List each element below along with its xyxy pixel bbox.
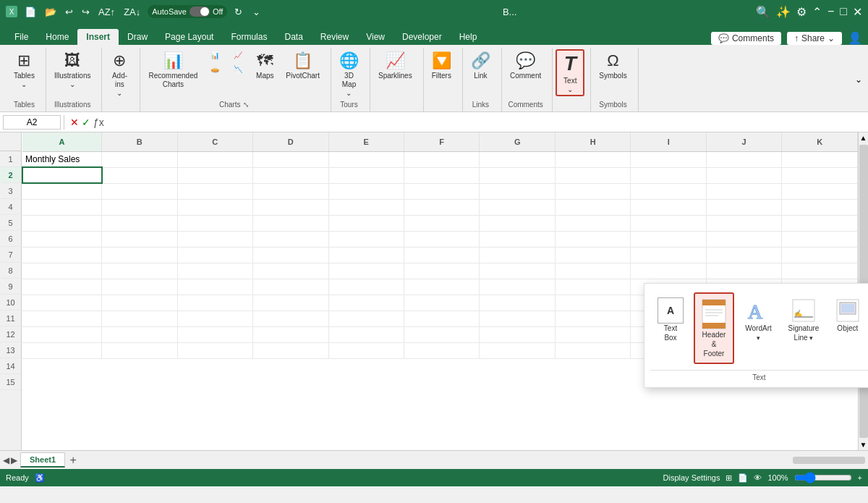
cell-C2[interactable] xyxy=(177,167,252,183)
cell-I1[interactable] xyxy=(631,151,706,167)
pie-chart-btn[interactable]: 🥧 xyxy=(204,63,226,75)
comments-button[interactable]: 💬 Comments xyxy=(711,32,781,45)
text-button[interactable]: T Text ⌄ xyxy=(556,49,584,96)
wordart-item[interactable]: A A WordArt ▾ xyxy=(737,292,780,348)
cell-G2[interactable] xyxy=(480,167,555,183)
col-header-C[interactable]: C xyxy=(177,132,252,151)
col-header-B[interactable]: B xyxy=(102,132,177,151)
cell-F1[interactable] xyxy=(404,151,479,167)
tab-help[interactable]: Help xyxy=(451,29,486,45)
comment-button[interactable]: 💬 Comment xyxy=(505,49,546,83)
col-header-K[interactable]: K xyxy=(782,132,858,151)
cell-K2[interactable] xyxy=(782,167,858,183)
col-header-J[interactable]: J xyxy=(706,132,781,151)
display-settings-btn[interactable]: Display Settings xyxy=(663,473,720,482)
sheet-tab-sheet1[interactable]: Sheet1 xyxy=(20,452,65,468)
signature-line-item[interactable]: ✍ SignatureLine ▾ xyxy=(783,292,825,348)
tab-developer[interactable]: Developer xyxy=(393,29,451,45)
object-item[interactable]: Object xyxy=(827,292,868,338)
zoom-slider[interactable] xyxy=(794,472,852,483)
autosave-toggle[interactable]: AutoSave Off xyxy=(148,5,227,18)
new-file-btn[interactable]: 📄 xyxy=(22,5,39,19)
maximize-btn[interactable]: □ xyxy=(840,5,847,18)
sort-desc-btn[interactable]: ZA↓ xyxy=(121,5,143,19)
3dmap-button[interactable]: 🌐 3DMap ⌄ xyxy=(334,49,364,99)
col-header-G[interactable]: G xyxy=(480,132,555,151)
col-header-A[interactable]: A xyxy=(22,132,102,151)
tab-insert[interactable]: Insert xyxy=(77,29,119,45)
sheet-scroll-left-btn[interactable]: ◀ xyxy=(3,455,9,465)
cell-E2[interactable] xyxy=(328,167,404,183)
cell-G1[interactable] xyxy=(480,151,555,167)
page-break-view-btn[interactable]: 👁 xyxy=(754,473,762,482)
sheet-scroll-right-btn[interactable]: ▶ xyxy=(11,455,17,465)
pivotchart-button[interactable]: 📋 PivotChart xyxy=(281,49,325,83)
tab-home[interactable]: Home xyxy=(37,29,77,45)
text-box-item[interactable]: A TextBox xyxy=(650,292,691,347)
cell-H2[interactable] xyxy=(555,167,630,183)
refresh-btn[interactable]: ↻ xyxy=(231,5,245,19)
cell-I2[interactable] xyxy=(631,167,706,183)
more-tools-btn[interactable]: ⌄ xyxy=(250,5,263,19)
cell-B1[interactable] xyxy=(102,151,177,167)
scroll-up-btn[interactable]: ▲ xyxy=(859,132,868,143)
minimize-btn[interactable]: − xyxy=(827,5,834,18)
undo-btn[interactable]: ↩ xyxy=(62,5,76,19)
cell-J1[interactable] xyxy=(706,151,781,167)
close-btn[interactable]: ✕ xyxy=(853,5,862,19)
search-btn[interactable]: 🔍 xyxy=(756,5,770,19)
formula-input[interactable] xyxy=(107,116,865,129)
link-button[interactable]: 🔗 Link xyxy=(466,49,495,83)
addins-button[interactable]: ⊕ Add-ins ⌄ xyxy=(105,49,134,99)
redo-btn[interactable]: ↪ xyxy=(79,5,93,19)
confirm-formula-btn[interactable]: ✓ xyxy=(82,117,90,128)
cancel-formula-btn[interactable]: ✕ xyxy=(70,117,79,128)
cell-D2[interactable] xyxy=(253,167,328,183)
page-layout-view-btn[interactable]: 📄 xyxy=(738,473,748,483)
tab-review[interactable]: Review xyxy=(312,29,357,45)
scatter-chart-btn[interactable]: 📉 xyxy=(227,63,249,75)
scroll-down-btn[interactable]: ▼ xyxy=(859,439,868,450)
bar-chart-btn[interactable]: 📊 xyxy=(204,49,226,62)
sort-asc-btn[interactable]: AZ↑ xyxy=(95,5,118,19)
tab-view[interactable]: View xyxy=(357,29,393,45)
symbols-button[interactable]: Ω Symbols xyxy=(594,49,631,83)
add-sheet-btn[interactable]: + xyxy=(65,452,81,468)
cell-K1[interactable] xyxy=(782,151,858,167)
ribbon-collapse-btn[interactable]: ⌃ xyxy=(812,5,822,19)
illustrations-button[interactable]: 🖼 Illustrations ⌄ xyxy=(49,49,96,90)
cell-D1[interactable] xyxy=(253,151,328,167)
cell-A2[interactable] xyxy=(22,167,102,183)
col-header-H[interactable]: H xyxy=(555,132,630,151)
cell-A3[interactable] xyxy=(22,183,102,199)
tables-button[interactable]: ⊞ Tables ⌄ xyxy=(9,49,40,90)
cell-A1[interactable]: Monthly Sales xyxy=(22,151,102,167)
tab-draw[interactable]: Draw xyxy=(119,29,156,45)
col-header-F[interactable]: F xyxy=(404,132,479,151)
charts-expand-icon[interactable]: ⤡ xyxy=(243,101,249,109)
normal-view-btn[interactable]: ⊞ xyxy=(726,473,732,483)
filters-button[interactable]: 🔽 Filters xyxy=(427,49,456,83)
open-btn[interactable]: 📂 xyxy=(42,5,59,19)
cell-F2[interactable] xyxy=(404,167,479,183)
cell-J2[interactable] xyxy=(706,167,781,183)
insert-function-btn[interactable]: ƒx xyxy=(93,117,104,128)
share-button[interactable]: ↑ Share ⌄ xyxy=(787,32,842,45)
copilot-btn[interactable]: ✨ xyxy=(776,5,791,19)
name-box[interactable] xyxy=(3,115,61,130)
tab-page-layout[interactable]: Page Layout xyxy=(156,29,222,45)
tab-data[interactable]: Data xyxy=(276,29,311,45)
recommended-charts-button[interactable]: 📊 RecommendedCharts xyxy=(143,49,203,91)
ribbon-collapse-arrow[interactable]: ⌄ xyxy=(855,48,862,111)
user-icon[interactable]: 👤 xyxy=(848,31,862,45)
horizontal-scrollbar[interactable] xyxy=(81,457,868,464)
h-scroll-thumb[interactable] xyxy=(793,457,865,464)
line-chart-btn[interactable]: 📈 xyxy=(227,49,249,62)
maps-button[interactable]: 🗺 Maps xyxy=(250,49,279,83)
sparklines-button[interactable]: 📈 Sparklines xyxy=(373,49,417,83)
cell-C1[interactable] xyxy=(177,151,252,167)
zoom-in-btn[interactable]: + xyxy=(858,473,862,482)
col-header-D[interactable]: D xyxy=(253,132,328,151)
settings-btn[interactable]: ⚙ xyxy=(796,5,807,19)
tab-formulas[interactable]: Formulas xyxy=(222,29,276,45)
